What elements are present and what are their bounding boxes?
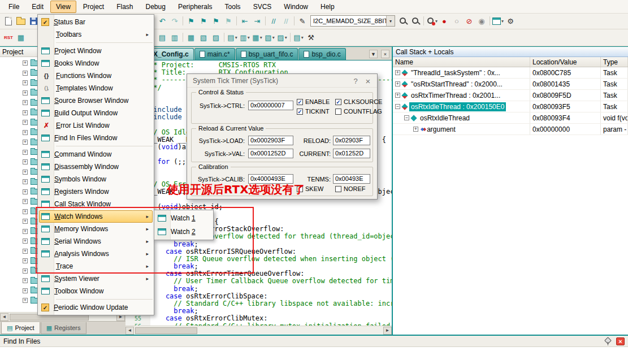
scroll-left-icon[interactable]: ◄	[125, 327, 134, 335]
undo-icon[interactable]: ↶	[157, 15, 168, 27]
checkbox-clksource[interactable]: ✓CLKSOURCE	[335, 98, 380, 105]
checkbox-noref[interactable]: NOREF	[335, 185, 380, 192]
expand-icon[interactable]: +	[23, 179, 28, 184]
checkbox-countflag[interactable]: COUNTFLAG	[335, 108, 380, 115]
expand-icon[interactable]: +	[23, 90, 28, 96]
menu-item-command-window[interactable]: Command Window	[39, 148, 153, 161]
menu-item-status-bar[interactable]: ✓Status Bar	[39, 16, 153, 28]
expand-icon[interactable]: +	[23, 229, 28, 234]
scroll-left-icon[interactable]: ◄	[0, 313, 8, 321]
editor-hscrollbar[interactable]: ◄ ►	[125, 326, 392, 335]
systick-val-field[interactable]: 0x0001252D	[248, 149, 293, 158]
menu-file[interactable]: File	[3, 1, 25, 13]
menu-item-analysis-windows[interactable]: Analysis Windows▸	[39, 248, 153, 260]
system-viewer-icon[interactable]: ▤▾	[293, 32, 304, 43]
window-layout-icon[interactable]: ▾	[492, 15, 504, 27]
reset-cpu-icon[interactable]: RST	[3, 32, 14, 43]
menu-item-templates-window[interactable]: ( ),Templates Window	[39, 82, 153, 94]
menu-flash[interactable]: Flash	[111, 1, 138, 13]
expand-icon[interactable]: +	[23, 249, 28, 254]
expand-icon[interactable]: +	[23, 150, 28, 155]
expand-icon[interactable]: +	[23, 60, 28, 66]
expand-icon[interactable]: +	[395, 70, 400, 75]
breakpoint-disable-icon[interactable]: ○	[451, 15, 462, 27]
editor-tab-bsp-dio-c[interactable]: bsp_dio.c	[298, 48, 345, 60]
checkbox-tickint[interactable]: ✓TICKINT	[297, 108, 333, 115]
bookmark-toggle-icon[interactable]: ⚑	[185, 15, 197, 27]
serial-windows-icon[interactable]: ▦▾	[252, 32, 263, 43]
menu-item-symbols-window[interactable]: Symbols Window	[39, 173, 153, 185]
systick-ctrl-field[interactable]: 0x00000007	[248, 101, 293, 110]
expand-icon[interactable]: +	[23, 170, 28, 175]
expand-icon[interactable]: +	[23, 80, 28, 85]
callstack-row[interactable]: +osRtxTimerThread : 0x2001...0x08009F5DT…	[393, 90, 628, 101]
menu-item-watch-1[interactable]: Watch 1	[155, 211, 212, 225]
column-header-type[interactable]: Type	[601, 57, 628, 67]
dialog-title-bar[interactable]: System Tick Timer (SysTick) ? ×	[187, 74, 377, 88]
expand-icon[interactable]: +	[23, 189, 28, 194]
menu-item-project-window[interactable]: Project Window	[39, 45, 153, 57]
menu-peripherals[interactable]: Peripherals	[172, 1, 218, 13]
redo-icon[interactable]: ↷	[169, 15, 180, 27]
menu-svcs[interactable]: SVCS	[248, 1, 278, 13]
new-file-icon[interactable]	[3, 15, 14, 27]
tenms-field[interactable]: 0x00493E	[333, 174, 370, 184]
expand-icon[interactable]: +	[23, 199, 28, 204]
watch-windows-icon[interactable]: ▤▾	[227, 32, 238, 43]
expand-icon[interactable]: +	[23, 239, 28, 244]
menu-item-watch-windows[interactable]: Watch Windows▸	[39, 210, 153, 223]
call-stack-window-icon[interactable]: ▨	[210, 32, 222, 43]
bookmark-prev-icon[interactable]: ⚑	[198, 15, 209, 27]
expand-icon[interactable]: −	[404, 115, 409, 120]
expand-icon[interactable]: +	[23, 159, 28, 164]
command-window-icon[interactable]: ▤	[157, 32, 168, 43]
comment-icon[interactable]: //	[268, 15, 279, 27]
panel-tab-project[interactable]: ▤ Project	[1, 322, 40, 334]
expand-icon[interactable]: +	[23, 71, 28, 76]
menu-item-registers-window[interactable]: Registers Window	[39, 185, 153, 198]
menu-item-memory-windows[interactable]: Memory Windows▸	[39, 223, 153, 235]
memory-windows-icon[interactable]: ▥▾	[239, 32, 250, 43]
menu-tools[interactable]: Tools	[219, 1, 246, 13]
expand-icon[interactable]: −	[395, 104, 400, 109]
breakpoint-enable-all-icon[interactable]: ◉	[476, 15, 487, 27]
menu-item-disassembly-window[interactable]: Disassembly Window	[39, 161, 153, 173]
menu-item-toolbox-window[interactable]: Toolbox Window	[39, 285, 153, 297]
auto-hide-pin-icon[interactable]	[604, 337, 612, 345]
reload-field[interactable]: 0x02903F	[333, 136, 370, 145]
menu-item-call-stack-window[interactable]: Call Stack Window	[39, 198, 153, 210]
bookmark-clear-icon[interactable]: ⚑	[223, 15, 234, 27]
open-file-icon[interactable]	[15, 15, 27, 27]
menu-item-source-browser-window[interactable]: Source Browser Window	[39, 94, 153, 107]
menu-item-periodic-window-update[interactable]: ✓Periodic Window Update	[39, 301, 153, 314]
bookmark-next-icon[interactable]: ⚑	[210, 15, 222, 27]
find-icon[interactable]	[410, 15, 421, 27]
menu-item-find-in-files-window[interactable]: Find In Files Window	[39, 132, 153, 144]
callstack-row[interactable]: +◆argument0x00000000param - void *	[393, 124, 628, 135]
breakpoint-toggle-icon[interactable]: ●	[439, 15, 450, 27]
incremental-find-icon[interactable]: ▾	[426, 15, 438, 27]
menu-edit[interactable]: Edit	[26, 1, 49, 13]
find-in-files-icon[interactable]	[397, 15, 409, 27]
menu-item-trace[interactable]: Trace▸	[39, 260, 153, 272]
menu-item-functions-window[interactable]: {}Functions Window	[39, 70, 153, 82]
breakpoint-kill-all-icon[interactable]: ⊘	[464, 15, 475, 27]
configure-icon[interactable]: ⚙	[505, 15, 516, 27]
combo-dropdown-icon[interactable]: ▾	[386, 16, 395, 26]
expand-icon[interactable]: +	[23, 278, 28, 283]
expand-icon[interactable]: +	[23, 258, 28, 263]
panel-tab-registers[interactable]: ▦ Registers	[41, 322, 86, 334]
expand-icon[interactable]: +	[23, 209, 28, 214]
expand-icon[interactable]: +	[23, 130, 28, 135]
menu-project[interactable]: Project	[77, 1, 110, 13]
menu-item-build-output-window[interactable]: Build Output Window	[39, 107, 153, 119]
callstack-row[interactable]: −osRtxIdleThread : 0x200150E00x080093F5T…	[393, 101, 628, 112]
menu-view[interactable]: View	[50, 1, 76, 13]
expand-icon[interactable]: +	[23, 288, 28, 293]
scroll-right-icon[interactable]: ►	[383, 327, 392, 335]
menu-help[interactable]: Help	[315, 1, 340, 13]
systick-load-field[interactable]: 0x0002903F	[248, 136, 293, 145]
target-options-icon[interactable]: ▦	[15, 32, 27, 43]
editor-tab-main-c[interactable]: main.c*	[194, 48, 235, 60]
close-button[interactable]: ×	[363, 76, 373, 85]
